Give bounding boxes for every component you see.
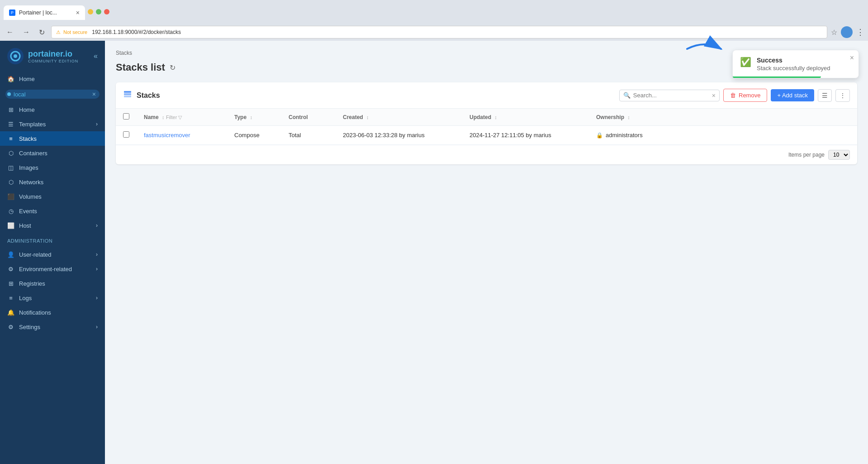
- table-body: fastmusicremover Compose Total 2023-06-0…: [116, 126, 857, 145]
- sidebar-item-home[interactable]: 🏠 Home: [0, 72, 105, 86]
- sidebar-item-events[interactable]: ◷ Events: [0, 204, 105, 218]
- ownership-content: 🔒 administrators: [596, 132, 850, 139]
- logo-sub: Community Edition: [28, 59, 78, 63]
- sidebar-item-templates[interactable]: ☰ Templates ›: [0, 117, 105, 131]
- env-related-icon: ⚙: [7, 265, 14, 273]
- sidebar-item-networks[interactable]: ⬡ Networks: [0, 175, 105, 189]
- registries-icon: ⊞: [7, 280, 14, 287]
- sidebar-item-volumes[interactable]: ⬛ Volumes: [0, 189, 105, 204]
- url-text: 192.168.1.18:9000/#/2/docker/stacks: [92, 29, 181, 35]
- table-footer: Items per page 10 25 50: [116, 145, 857, 164]
- col-checkbox: [116, 109, 137, 126]
- env-related-label: Environment-related: [19, 266, 72, 273]
- sidebar-item-images[interactable]: ◫ Images: [0, 160, 105, 175]
- registries-label: Registries: [19, 280, 45, 287]
- logs-label: Logs: [19, 295, 32, 301]
- row-checkbox[interactable]: [123, 131, 129, 138]
- user-related-label: User-related: [19, 251, 52, 258]
- logo-svg: [7, 48, 24, 64]
- events-label: Events: [19, 208, 37, 215]
- name-sort-icon: ↕: [162, 115, 165, 120]
- toast-close-button[interactable]: ×: [850, 54, 854, 62]
- stack-name-link[interactable]: fastmusicremover: [144, 132, 190, 139]
- browser-tabs: P Portainer | loc... ×: [4, 4, 85, 20]
- containers-icon: ⬡: [7, 149, 14, 157]
- sidebar-item-settings[interactable]: ⚙ Settings ›: [0, 320, 105, 334]
- sidebar-item-host[interactable]: ⬜ Host ›: [0, 218, 105, 233]
- name-filter-button[interactable]: Filter ▽: [166, 115, 182, 120]
- networks-icon: ⬡: [7, 178, 14, 186]
- env-related-chevron-icon: ›: [96, 266, 98, 272]
- images-icon: ◫: [7, 164, 14, 171]
- home-label: Home: [19, 76, 35, 82]
- host-label: Host: [19, 222, 31, 229]
- sidebar-item-env-related[interactable]: ⚙ Environment-related ›: [0, 262, 105, 276]
- env-name: local: [14, 91, 26, 98]
- tab-close-button[interactable]: ×: [76, 10, 80, 16]
- row-checkbox-cell: [116, 126, 137, 145]
- search-input[interactable]: [633, 92, 709, 99]
- browser-menu-button[interactable]: ⋮: [856, 27, 864, 37]
- sidebar-item-notifications[interactable]: 🔔 Notifications: [0, 305, 105, 320]
- sidebar-item-user-related[interactable]: 👤 User-related ›: [0, 247, 105, 262]
- main-content: Stacks Stacks list ↻ Stacks: [105, 41, 868, 464]
- close-button[interactable]: [104, 9, 109, 14]
- row-name-cell: fastmusicremover: [137, 126, 227, 145]
- view-toggle-button[interactable]: ☰: [818, 89, 832, 102]
- minimize-button[interactable]: [88, 9, 93, 14]
- select-all-checkbox[interactable]: [123, 113, 129, 120]
- success-toast: ✅ Success Stack successfully deployed ×: [732, 50, 859, 78]
- settings-label: Settings: [19, 324, 40, 330]
- toast-title: Success: [757, 57, 851, 64]
- sidebar-item-dashboard[interactable]: ⊞ Home: [0, 102, 105, 117]
- items-per-page-label: Items per page: [788, 152, 825, 158]
- svg-rect-3: [124, 91, 131, 93]
- ownership-value: administrators: [606, 132, 643, 139]
- more-options-button[interactable]: ⋮: [835, 89, 850, 102]
- bookmark-button[interactable]: ☆: [831, 28, 837, 37]
- home-icon: 🏠: [7, 75, 14, 82]
- reload-button[interactable]: ↻: [36, 27, 47, 38]
- address-bar: ⚠ Not secure 192.168.1.18:9000/#/2/docke…: [51, 26, 827, 38]
- ownership-sort-icon: ↕: [627, 115, 630, 120]
- row-type-cell: Compose: [227, 126, 281, 145]
- sidebar-item-containers[interactable]: ⬡ Containers: [0, 146, 105, 160]
- host-icon: ⬜: [7, 222, 14, 229]
- add-stack-button[interactable]: + Add stack: [771, 89, 814, 101]
- items-per-page-select[interactable]: 10 25 50: [828, 150, 850, 160]
- row-updated-cell: 2024-11-27 12:11:05 by marius: [462, 126, 589, 145]
- page-title: Stacks list: [116, 62, 165, 73]
- images-label: Images: [19, 164, 38, 171]
- browser-chrome: P Portainer | loc... ×: [0, 0, 868, 24]
- refresh-button[interactable]: ↻: [170, 63, 175, 72]
- svg-point-2: [14, 54, 17, 58]
- logo-name: portainer.io: [28, 49, 78, 59]
- sidebar-item-stacks[interactable]: ≡ Stacks: [0, 131, 105, 146]
- sidebar-item-logs[interactable]: ≡ Logs ›: [0, 291, 105, 305]
- sidebar: portainer.io Community Edition « 🏠 Home …: [0, 41, 105, 464]
- remove-button[interactable]: 🗑 Remove: [723, 89, 767, 102]
- search-clear-button[interactable]: ×: [712, 92, 716, 99]
- security-label: Not secure: [63, 29, 87, 35]
- settings-icon: ⚙: [7, 323, 14, 330]
- nav-bar: ← → ↻ ⚠ Not secure 192.168.1.18:9000/#/2…: [0, 24, 868, 41]
- stacks-panel: Stacks 🔍 × 🗑 Remove + Add stack: [116, 82, 857, 164]
- sidebar-admin-section: 👤 User-related › ⚙ Environment-related ›…: [0, 245, 105, 336]
- user-related-icon: 👤: [7, 251, 14, 258]
- forward-button[interactable]: →: [20, 27, 33, 37]
- back-button[interactable]: ←: [4, 27, 16, 37]
- env-close-button[interactable]: ×: [92, 91, 96, 98]
- profile-button[interactable]: [841, 26, 853, 38]
- browser-tab-active[interactable]: P Portainer | loc... ×: [4, 5, 85, 20]
- notifications-icon: 🔔: [7, 309, 14, 316]
- sidebar-item-registries[interactable]: ⊞ Registries: [0, 276, 105, 291]
- toast-container: ✅ Success Stack successfully deployed ×: [732, 50, 859, 78]
- restore-button[interactable]: [96, 9, 101, 14]
- row-ownership-cell: 🔒 administrators: [589, 126, 857, 145]
- search-box[interactable]: 🔍 ×: [619, 90, 720, 101]
- sidebar-collapse-button[interactable]: «: [94, 52, 98, 60]
- stacks-panel-icon: [123, 90, 132, 101]
- panel-header: Stacks 🔍 × 🗑 Remove + Add stack: [116, 82, 857, 109]
- networks-label: Networks: [19, 179, 43, 186]
- col-name-header: Name ↕ Filter ▽: [137, 109, 227, 126]
